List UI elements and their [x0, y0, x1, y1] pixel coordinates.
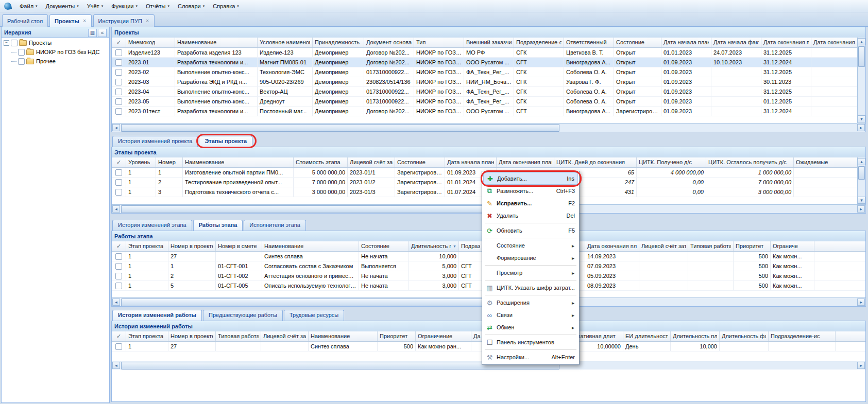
context-menu-item[interactable]: ⚙Расширения▸: [483, 296, 578, 309]
column-header[interactable]: Внешний заказчик: [464, 38, 514, 47]
scroll-right-icon[interactable]: ▸: [857, 124, 865, 131]
column-header[interactable]: Лицевой счёт затрат: [348, 157, 395, 167]
column-header[interactable]: ЦИТК. Получено д/с: [637, 157, 706, 167]
context-menu-item[interactable]: ☐Панель инструментов: [483, 336, 578, 348]
row-checkbox[interactable]: [115, 89, 122, 95]
column-header[interactable]: Номер в смете: [216, 241, 262, 251]
column-header[interactable]: Длительность план▼: [409, 241, 459, 251]
row-checkbox[interactable]: [115, 253, 122, 260]
menubar-item[interactable]: Функции▾: [107, 2, 142, 11]
tree-node[interactable]: −Проекты: [2, 38, 109, 47]
row-checkbox[interactable]: [115, 343, 122, 350]
column-header[interactable]: Подразделение-ис: [769, 331, 836, 341]
column-header[interactable]: Наименование: [309, 331, 378, 341]
window-tab[interactable]: Проекты✕: [49, 14, 91, 27]
column-header[interactable]: Лицевой счёт затр: [261, 331, 309, 341]
scroll-left-icon[interactable]: ◂: [112, 298, 120, 306]
column-header[interactable]: Дата окончания ф: [811, 38, 857, 47]
table-row[interactable]: 2023-04Выполнение опытно-конс...Вектор-А…: [112, 87, 857, 97]
tab[interactable]: Трудовые ресурсы: [284, 310, 344, 321]
row-checkbox[interactable]: [115, 263, 122, 270]
column-header[interactable]: Мнемокод: [126, 38, 175, 47]
scroll-left-icon[interactable]: ◂: [112, 362, 120, 369]
column-header[interactable]: Дата окончания план: [497, 157, 554, 167]
scroll-up-icon[interactable]: ▴: [858, 38, 865, 45]
tree-checkbox[interactable]: [18, 49, 25, 56]
row-checkbox[interactable]: [115, 98, 122, 105]
column-header[interactable]: Наименование: [262, 241, 359, 251]
tab-close-icon[interactable]: ✕: [83, 19, 87, 23]
tree-checkbox[interactable]: [18, 58, 25, 65]
select-all-column-header[interactable]: ✓: [112, 331, 126, 341]
window-tab[interactable]: Рабочий стол: [2, 14, 48, 27]
tree-node[interactable]: Прочее: [2, 57, 109, 66]
row-checkbox[interactable]: [115, 59, 122, 66]
tab-close-icon[interactable]: ✕: [146, 19, 149, 23]
scroll-down-icon[interactable]: ▾: [858, 197, 865, 204]
column-header[interactable]: Лицевой счёт затр: [639, 241, 688, 251]
context-menu-item[interactable]: ⧉Размножить...Ctrl+F3: [483, 185, 578, 197]
vertical-scrollbar[interactable]: ▴ ▾: [857, 157, 865, 204]
scroll-right-icon[interactable]: ▸: [857, 298, 865, 306]
table-row[interactable]: 2023-05Выполнение опытно-конс...Дредноут…: [112, 97, 857, 107]
column-header[interactable]: Дата окончания план: [585, 241, 639, 251]
row-checkbox[interactable]: [115, 169, 122, 176]
row-checkbox[interactable]: [115, 69, 122, 76]
table-row[interactable]: 2023-01Разработка технологии и...Магнит …: [112, 58, 857, 67]
column-header[interactable]: Типовая работа: [216, 331, 261, 341]
column-header[interactable]: Тип: [414, 38, 464, 47]
column-header[interactable]: Типовая работа: [688, 241, 734, 251]
menubar-item[interactable]: Файл▾: [15, 2, 42, 11]
column-header[interactable]: Ограничение: [416, 331, 471, 341]
window-tab[interactable]: Инструкции ПУП✕: [93, 14, 155, 27]
column-header[interactable]: Условное наименова: [258, 38, 313, 47]
column-header[interactable]: Дата начала план: [661, 38, 711, 47]
column-header[interactable]: Ожидаемые: [794, 157, 857, 167]
scroll-thumb[interactable]: [121, 124, 559, 132]
context-menu-item[interactable]: ✖УдалитьDel: [483, 209, 578, 222]
column-header[interactable]: Номер в проекте: [168, 331, 216, 341]
select-all-column-header[interactable]: ✓: [112, 38, 126, 47]
row-checkbox[interactable]: [115, 273, 122, 279]
row-checkbox[interactable]: [115, 283, 122, 289]
column-header[interactable]: ЦИТК. Дней до окончания: [554, 157, 637, 167]
scroll-thumb[interactable]: [858, 46, 865, 67]
context-menu-item[interactable]: ∞Связи▸: [483, 309, 578, 321]
column-header[interactable]: Документ-основан: [364, 38, 414, 47]
horizontal-scrollbar[interactable]: ◂ ▸: [112, 123, 865, 132]
tab[interactable]: Работы этапа: [193, 220, 243, 231]
column-header[interactable]: Номер: [156, 157, 183, 167]
column-header[interactable]: Дата начала план: [445, 157, 497, 167]
context-menu-item[interactable]: Формирование▸: [483, 252, 578, 264]
grid-icon[interactable]: ▥: [88, 29, 97, 37]
column-header[interactable]: Принадлежность: [313, 38, 364, 47]
scroll-right-icon[interactable]: ▸: [857, 362, 865, 369]
column-header[interactable]: Этап проекта: [126, 331, 168, 341]
tab[interactable]: История изменений проекта: [112, 136, 198, 147]
tree-expander-icon[interactable]: −: [4, 40, 9, 46]
table-row[interactable]: 2023-01тестРазработка технологии и...Пос…: [112, 107, 857, 116]
tab[interactable]: Исполнители этапа: [244, 220, 306, 231]
vertical-scrollbar[interactable]: ▴ ▾: [857, 38, 865, 123]
menubar-item[interactable]: Документы▾: [42, 2, 83, 11]
context-menu-item[interactable]: ⟳ОбновитьF5: [483, 224, 578, 237]
table-row[interactable]: 2023-03Разработка ЭКД и РКД н...905-U020…: [112, 77, 857, 87]
column-header[interactable]: Ответственный: [564, 38, 614, 47]
scroll-left-icon[interactable]: ◂: [112, 124, 120, 131]
column-header[interactable]: Длительность фак: [720, 331, 769, 341]
context-menu-item[interactable]: ⇄Обмен▸: [483, 321, 578, 333]
column-header[interactable]: Состояние: [614, 38, 661, 47]
scroll-thumb[interactable]: [858, 166, 865, 180]
tab[interactable]: История изменений работы: [112, 310, 202, 321]
table-row[interactable]: 2023-02Выполнение опытно-конс...Технолог…: [112, 67, 857, 77]
row-checkbox[interactable]: [115, 49, 122, 56]
tab[interactable]: Этапы проекта: [199, 136, 252, 147]
context-menu-item[interactable]: ▦ЦИТК. Указать шифр затрат...: [483, 282, 578, 294]
column-header[interactable]: Дата окончания пл: [761, 38, 811, 47]
row-checkbox[interactable]: [115, 108, 122, 115]
context-menu-item[interactable]: Просмотр▸: [483, 267, 578, 279]
menubar-item[interactable]: Учёт▾: [83, 2, 107, 11]
row-checkbox[interactable]: [115, 189, 122, 196]
column-header[interactable]: Состояние: [395, 157, 445, 167]
column-header[interactable]: Состояние: [359, 241, 409, 251]
